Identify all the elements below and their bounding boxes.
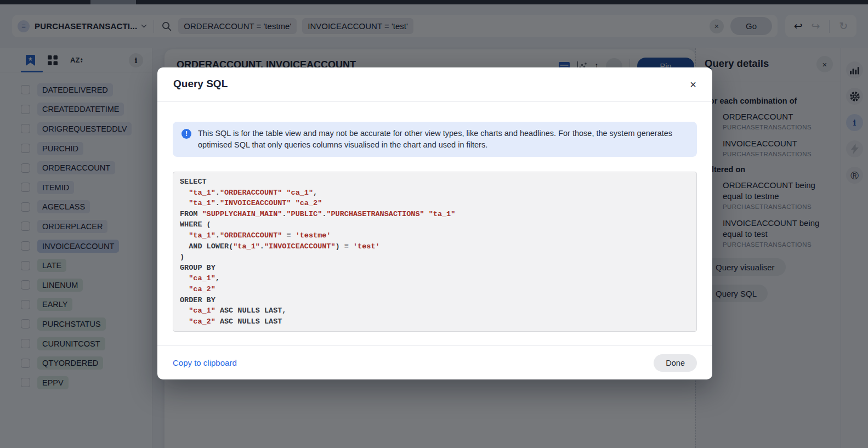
info-banner-text: This SQL is for the table view and may n… (198, 128, 688, 151)
copy-to-clipboard-link[interactable]: Copy to clipboard (173, 358, 237, 367)
modal-footer: Copy to clipboard Done (157, 345, 712, 379)
alert-info-icon: ! (181, 129, 191, 139)
modal-title: Query SQL (173, 78, 228, 90)
info-banner: ! This SQL is for the table view and may… (173, 122, 697, 157)
done-button[interactable]: Done (654, 354, 697, 372)
query-sql-modal: Query SQL × ! This SQL is for the table … (157, 67, 712, 379)
app-root: { "topbar": { "datasource_label": "PURCH… (0, 0, 868, 448)
modal-body: ! This SQL is for the table view and may… (157, 102, 712, 332)
close-icon[interactable]: × (685, 76, 701, 93)
modal-header: Query SQL × (157, 67, 712, 102)
sql-code: SELECT "ta_1"."ORDERACCOUNT" "ca_1", "ta… (173, 172, 697, 332)
